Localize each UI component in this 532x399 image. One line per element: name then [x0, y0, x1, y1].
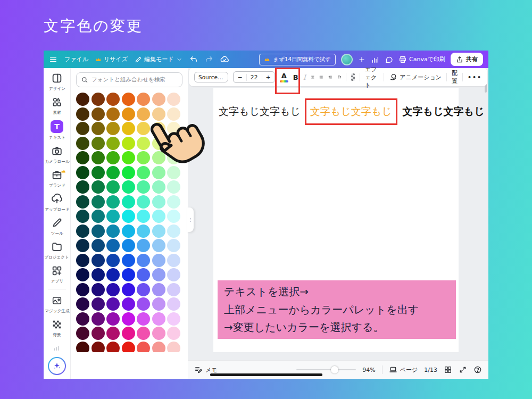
color-swatch-r15c1[interactable] — [76, 297, 89, 311]
color-swatch-r12c1[interactable] — [76, 254, 89, 267]
color-swatch-r17c3[interactable] — [106, 327, 120, 340]
color-swatch-r15c4[interactable] — [122, 297, 135, 311]
font-size-value[interactable]: 22 — [246, 74, 262, 81]
color-swatch-r13c6[interactable] — [152, 268, 165, 281]
sidebar-item-uploads[interactable]: アップロード — [44, 193, 70, 212]
analytics-icon[interactable] — [52, 343, 62, 352]
avatar[interactable] — [341, 54, 353, 65]
color-swatch-r10c7[interactable] — [167, 225, 180, 238]
color-swatch-r8c7[interactable] — [167, 195, 180, 209]
color-swatch-r18c7[interactable] — [167, 342, 180, 353]
color-swatch-r3c1[interactable] — [76, 122, 89, 135]
color-swatch-r12c7[interactable] — [167, 254, 180, 267]
color-swatch-r1c4[interactable] — [122, 93, 135, 106]
color-swatch-r1c5[interactable] — [137, 93, 150, 106]
color-swatch-r5c3[interactable] — [106, 151, 120, 164]
more-options-button[interactable]: ••• — [468, 74, 482, 81]
edit-mode-menu[interactable]: 編集モード — [135, 55, 182, 63]
color-swatch-r9c7[interactable] — [167, 210, 180, 223]
vertical-text-button[interactable] — [337, 73, 342, 81]
color-swatch-r3c7[interactable] — [167, 122, 180, 135]
color-swatch-r17c6[interactable] — [152, 327, 165, 340]
color-swatch-r2c7[interactable] — [167, 107, 180, 121]
color-swatch-r8c6[interactable] — [152, 195, 165, 209]
canvas-text-bold[interactable]: 文字もじ文字もじ — [403, 105, 485, 119]
undo-icon[interactable] — [189, 55, 198, 64]
color-swatch-r11c5[interactable] — [137, 239, 150, 252]
color-swatch-r6c2[interactable] — [92, 166, 105, 179]
panel-collapse-handle[interactable]: ⋮ — [187, 207, 194, 232]
color-swatch-r4c4[interactable] — [122, 137, 135, 150]
color-swatch-r9c3[interactable] — [106, 210, 120, 223]
grid-view-icon[interactable] — [444, 365, 452, 374]
color-swatch-r9c4[interactable] — [122, 210, 135, 223]
canvas-text-plain[interactable]: 文字もじ文字もじ — [219, 105, 301, 119]
color-swatch-r17c5[interactable] — [137, 327, 150, 340]
page-view-button[interactable]: ページ — [389, 365, 418, 374]
color-swatch-r15c7[interactable] — [167, 297, 180, 311]
italic-button[interactable]: I — [303, 73, 306, 81]
color-swatch-r15c2[interactable] — [92, 297, 105, 311]
color-swatch-r11c3[interactable] — [106, 239, 120, 252]
color-swatch-r15c5[interactable] — [137, 297, 150, 311]
color-swatch-r5c4[interactable] — [122, 151, 135, 164]
sidebar-item-brand[interactable]: ブランド — [44, 169, 70, 188]
color-swatch-r2c3[interactable] — [106, 107, 120, 121]
color-swatch-r4c1[interactable] — [76, 137, 89, 150]
sidebar-item-text[interactable]: Tテキスト — [44, 120, 70, 140]
color-swatch-r7c1[interactable] — [76, 180, 89, 194]
color-swatch-r13c7[interactable] — [167, 268, 180, 281]
list-button[interactable] — [319, 73, 323, 81]
color-swatch-r18c5[interactable] — [137, 342, 150, 353]
color-swatch-r15c3[interactable] — [106, 297, 120, 311]
color-swatch-r9c2[interactable] — [92, 210, 105, 223]
color-swatch-r7c6[interactable] — [152, 180, 165, 194]
fullscreen-icon[interactable] — [459, 365, 467, 374]
color-swatch-r14c2[interactable] — [92, 283, 105, 296]
color-swatch-r5c1[interactable] — [76, 151, 89, 164]
color-swatch-r1c6[interactable] — [152, 93, 165, 106]
font-size-decrease[interactable]: − — [234, 74, 246, 81]
sidebar-item-camera-roll[interactable]: カメラロール — [44, 145, 70, 164]
color-swatch-r16c6[interactable] — [152, 312, 165, 326]
color-swatch-r12c5[interactable] — [137, 254, 150, 267]
design-canvas[interactable]: 文字もじ文字もじ 文字もじ文字もじ 文字もじ文字もじ テキストを選択→ 上部メニ… — [213, 88, 459, 352]
alignment-button[interactable] — [311, 73, 315, 81]
color-swatch-r6c5[interactable] — [137, 166, 150, 179]
color-swatch-r8c3[interactable] — [106, 195, 120, 209]
color-swatch-r3c2[interactable] — [92, 122, 105, 135]
color-swatch-r2c4[interactable] — [122, 107, 135, 121]
color-swatch-r7c7[interactable] — [167, 180, 180, 194]
color-swatch-r5c5[interactable] — [137, 151, 150, 164]
color-swatch-r18c4[interactable] — [122, 342, 135, 353]
color-swatch-r2c2[interactable] — [92, 107, 105, 121]
color-swatch-r11c4[interactable] — [122, 239, 135, 252]
color-swatch-r4c5[interactable] — [137, 137, 150, 150]
color-swatch-r1c2[interactable] — [92, 93, 105, 106]
color-swatch-r11c1[interactable] — [76, 239, 89, 252]
color-swatch-r14c1[interactable] — [76, 283, 89, 296]
color-swatch-r18c2[interactable] — [92, 342, 105, 353]
file-menu[interactable]: ファイル — [64, 55, 88, 63]
effects-button[interactable]: エフェクト — [365, 65, 379, 89]
color-swatch-r2c6[interactable] — [152, 107, 165, 121]
zoom-slider-knob[interactable] — [331, 366, 338, 373]
color-swatch-r12c4[interactable] — [122, 254, 135, 267]
color-swatch-r11c2[interactable] — [92, 239, 105, 252]
color-swatch-r17c1[interactable] — [76, 327, 89, 340]
redo-icon[interactable] — [205, 55, 213, 64]
color-swatch-r14c5[interactable] — [137, 283, 150, 296]
color-swatch-r11c6[interactable] — [152, 239, 165, 252]
color-swatch-r7c3[interactable] — [106, 180, 120, 194]
color-swatch-r12c6[interactable] — [152, 254, 165, 267]
color-swatch-r7c2[interactable] — [92, 180, 105, 194]
color-swatch-r3c6[interactable] — [152, 122, 165, 135]
color-swatch-r3c4[interactable] — [122, 122, 135, 135]
color-swatch-r1c3[interactable] — [106, 93, 120, 106]
color-swatch-r13c2[interactable] — [92, 268, 105, 281]
color-swatch-r9c6[interactable] — [152, 210, 165, 223]
color-swatch-r17c7[interactable] — [167, 327, 180, 340]
color-swatch-r16c3[interactable] — [106, 312, 120, 326]
share-button[interactable]: 共有 — [451, 53, 483, 66]
font-size-increase[interactable]: + — [262, 74, 275, 81]
